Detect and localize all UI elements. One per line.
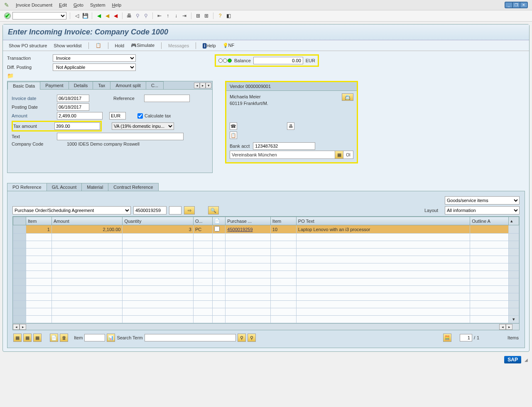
col-po-item[interactable]: Item xyxy=(270,217,296,225)
select-all-icon[interactable]: ▦ xyxy=(13,334,22,342)
row-flag-checkbox[interactable] xyxy=(214,226,220,232)
col-outline[interactable]: Outline A xyxy=(470,217,509,225)
deselect-all-icon[interactable]: ▦ xyxy=(23,334,32,342)
menu-invoice-document[interactable]: IInvoice Documentnvoice Document xyxy=(16,2,52,7)
tab-tax[interactable]: Tax xyxy=(93,81,110,89)
tab-list-icon[interactable]: ▾ xyxy=(206,83,211,88)
layout-icon[interactable]: ◧ xyxy=(225,12,232,19)
maximize-button[interactable]: ❐ xyxy=(512,2,520,8)
amount-field[interactable] xyxy=(57,112,103,119)
find-next-grid-icon[interactable]: ⚲ xyxy=(248,334,256,342)
table-row[interactable] xyxy=(13,234,519,241)
help-button[interactable]: iHelp xyxy=(201,42,217,49)
tab-details[interactable]: Details xyxy=(69,81,93,89)
item-number-field[interactable] xyxy=(84,334,105,341)
folder-icon[interactable]: 📁 xyxy=(7,73,15,78)
exit-icon[interactable]: ◀ xyxy=(104,12,110,19)
table-row[interactable] xyxy=(13,278,519,286)
col-quantity[interactable]: Quantity xyxy=(123,217,193,225)
menu-system[interactable]: System xyxy=(90,2,105,7)
tab-contract-reference[interactable]: Contract Reference xyxy=(108,183,158,191)
table-row[interactable] xyxy=(13,271,519,278)
col-purchase[interactable]: Purchase ... xyxy=(226,217,270,225)
position-icon[interactable]: 📊 xyxy=(107,334,115,342)
table-row[interactable]: ▾ xyxy=(13,316,519,323)
currency-field[interactable] xyxy=(109,112,126,119)
tax-code-select[interactable]: VA (19% domestic inpu... xyxy=(112,122,174,130)
search-term-field[interactable] xyxy=(145,334,236,341)
tab-material[interactable]: Material xyxy=(81,183,108,191)
hold-button[interactable]: Hold xyxy=(113,42,126,49)
reference-field[interactable] xyxy=(144,95,190,102)
diff-posting-select[interactable]: Not Applicable xyxy=(53,63,136,71)
po-execute-button[interactable]: ⇨ xyxy=(184,206,195,214)
table-row[interactable] xyxy=(13,263,519,271)
sort-asc-icon[interactable]: 📄 xyxy=(50,334,58,342)
bank-details-button[interactable]: ▦ xyxy=(335,151,343,158)
show-po-structure-button[interactable]: Show PO structure xyxy=(7,42,49,49)
back-green-icon[interactable]: ◀ xyxy=(96,12,102,19)
other-doc-icon[interactable]: 📋 xyxy=(94,42,103,49)
document-icon[interactable]: ✎ xyxy=(4,2,9,8)
phone-icon[interactable]: ☎ xyxy=(230,122,237,130)
command-field[interactable] xyxy=(12,12,66,19)
col-item[interactable]: Item xyxy=(26,217,51,225)
tab-scroll-left-icon[interactable]: ◂ xyxy=(194,83,200,88)
vscroll-up-icon[interactable]: ▴ xyxy=(509,217,519,225)
col-flag[interactable]: 📄 xyxy=(213,217,226,225)
find-grid-icon[interactable]: ⚲ xyxy=(238,334,246,342)
simulate-button[interactable]: 🎮Simulate xyxy=(129,42,156,49)
po-number-field[interactable] xyxy=(133,206,167,214)
col-unit[interactable]: O... xyxy=(193,217,212,225)
tab-amount-split[interactable]: Amount split xyxy=(110,81,146,89)
table-row[interactable] xyxy=(13,293,519,301)
po-item-field[interactable] xyxy=(169,206,181,214)
table-row[interactable] xyxy=(13,249,519,256)
col-amount[interactable]: Amount xyxy=(51,217,122,225)
tab-po-reference[interactable]: PO Reference xyxy=(7,183,47,191)
po-more-button[interactable]: 🔍 xyxy=(208,206,219,214)
tab-more[interactable]: C... xyxy=(146,81,164,89)
resize-grip-icon[interactable]: ◢ xyxy=(525,358,528,362)
create-session-icon[interactable]: ⊞ xyxy=(195,12,201,19)
close-button[interactable]: ✕ xyxy=(520,2,527,8)
sort-desc-icon[interactable]: 🗑 xyxy=(60,334,68,342)
prev-page-icon[interactable]: ↑ xyxy=(164,12,171,19)
print-vendor-icon[interactable]: 🖶 xyxy=(287,122,294,130)
next-page-icon[interactable]: ↓ xyxy=(173,12,179,19)
col-po-text[interactable]: PO Text xyxy=(296,217,470,225)
layout-select[interactable]: All information xyxy=(445,206,520,214)
hscroll-right-icon[interactable]: ▸ xyxy=(20,324,26,330)
page-field[interactable] xyxy=(460,334,472,341)
find-icon[interactable]: ⚲ xyxy=(134,12,141,19)
text-field[interactable] xyxy=(57,133,184,140)
goods-service-select[interactable]: Goods/service items xyxy=(445,196,520,205)
enter-icon[interactable]: ✔ xyxy=(4,12,11,19)
cancel-icon[interactable]: ◀ xyxy=(112,12,119,19)
hscroll-left2-icon[interactable]: ◂ xyxy=(499,324,506,330)
table-row[interactable]: 1 2,100.00 3 PC 4500019259 10 Laptop Len… xyxy=(13,225,519,234)
back-icon[interactable]: ◁ xyxy=(74,12,80,19)
tax-amount-field[interactable] xyxy=(54,122,100,130)
print-icon[interactable]: 🖶 xyxy=(126,12,132,19)
posting-date-field[interactable] xyxy=(57,103,89,111)
hscroll-left-icon[interactable]: ◂ xyxy=(13,324,20,330)
shortcut-icon[interactable]: ⊞ xyxy=(203,12,210,19)
table-row[interactable] xyxy=(13,308,519,316)
table-row[interactable] xyxy=(13,301,519,308)
open-items-button[interactable]: OI xyxy=(343,151,353,158)
invoice-date-field[interactable] xyxy=(57,95,89,102)
tab-payment[interactable]: Payment xyxy=(40,81,69,89)
menu-help[interactable]: Help xyxy=(112,2,122,7)
show-worklist-button[interactable]: Show worklist xyxy=(52,42,83,49)
save-icon[interactable]: 💾 xyxy=(82,12,88,19)
clipboard-icon[interactable]: 📋 xyxy=(230,132,237,139)
calculate-tax-checkbox[interactable] xyxy=(137,113,143,119)
vendor-display-button[interactable]: 📇 xyxy=(342,93,353,101)
table-row[interactable] xyxy=(13,241,519,249)
minimize-button[interactable]: _ xyxy=(505,2,512,8)
nf-button[interactable]: 💡NF xyxy=(221,42,236,49)
tab-basic-data[interactable]: Basic Data xyxy=(7,82,40,90)
hscroll-right2-icon[interactable]: ▸ xyxy=(506,324,512,330)
table-row[interactable] xyxy=(13,256,519,263)
